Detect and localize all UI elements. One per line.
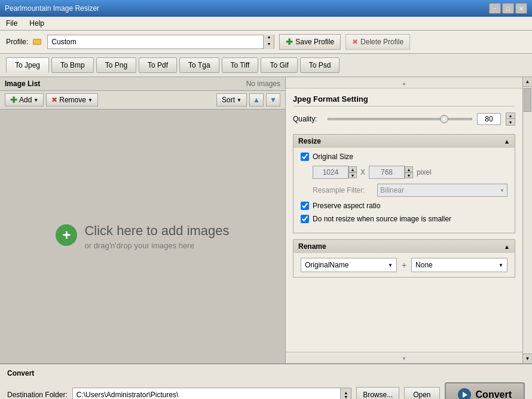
width-input[interactable] [313,166,348,179]
rename-row: OriginalName ▼ + None ▼ [293,253,515,277]
quality-up[interactable]: ▲ [506,113,515,119]
open-button[interactable]: Open [404,387,439,399]
add-circle-icon: + [56,224,77,246]
quality-number: 80 [485,115,493,123]
resize-title: Resize [298,137,321,145]
height-down[interactable]: ▼ [405,172,413,178]
height-up[interactable]: ▲ [405,166,413,172]
delete-profile-button[interactable]: ✖ Delete Profile [346,34,410,50]
tab-png[interactable]: To Png [96,57,136,73]
scrollbar-track[interactable] [523,87,532,354]
menu-bar: File Help [0,17,532,31]
rename-section-header: Rename ▲ [293,240,515,253]
drop-main-text: Click here to add images [84,223,229,239]
quality-slider[interactable] [328,118,472,120]
slider-thumb[interactable] [440,115,448,123]
width-spinners: ▲ ▼ [348,166,357,178]
width-down[interactable]: ▼ [348,172,357,178]
image-list-title: Image List [5,80,40,88]
original-size-label: Original Size [313,153,353,161]
slider-fill [328,118,443,120]
quality-label: Quality: [293,115,323,123]
no-resize-smaller-label: Do not resize when source image is small… [313,215,451,223]
original-size-row: Original Size [301,153,507,161]
quality-down[interactable]: ▼ [506,119,515,125]
browse-button[interactable]: Browse... [356,387,399,399]
folder-icon [33,39,41,45]
scroll-top-indicator: ▲ [286,77,522,89]
window-controls: − □ ✕ [489,3,527,14]
scrollbar-thumb[interactable] [524,88,531,112]
delete-icon: ✖ [352,38,358,46]
save-profile-label: Save Profile [295,38,334,46]
menu-help[interactable]: Help [26,18,48,29]
no-resize-smaller-row: Do not resize when source image is small… [301,215,507,223]
rename-scroll-up[interactable]: ▲ [504,243,510,250]
quality-spinners: ▲ ▼ [506,112,515,126]
sort-button[interactable]: Sort ▼ [216,93,247,106]
tab-tiff[interactable]: To Tiff [222,57,259,73]
add-label: Add [19,96,32,104]
scrollbar-up-arrow[interactable]: ▲ [523,77,532,87]
rename-original-name: OriginalName [305,261,348,269]
dest-folder-input[interactable]: C:\Users\Administrator\Pictures\ [72,388,341,399]
profile-toolbar: Profile: Custom ▲ ▼ ✚ Save Profile ✖ Del… [0,31,532,54]
remove-button[interactable]: ✖ Remove ▼ [46,93,98,106]
profile-dropdown-arrow[interactable]: ▲ ▼ [263,35,274,49]
format-tabs-bar: To Jpeg To Bmp To Png To Pdf To Tga To T… [0,54,532,77]
settings-panel: Jpeg Format Setting Quality: 80 ▲ ▼ [286,89,522,352]
scrollbar-down-arrow[interactable]: ▼ [523,354,532,363]
remove-icon: ✖ [51,96,57,104]
resize-section-header: Resize ▲ [293,135,515,148]
right-panel-container: ▲ Jpeg Format Setting Quality: 80 ▲ [286,77,532,363]
move-down-button[interactable]: ▼ [266,93,280,106]
resample-select[interactable]: Bilinear ▼ [377,184,507,197]
close-button[interactable]: ✕ [515,3,527,14]
image-list-toolbar: ✚ Add ▼ ✖ Remove ▼ Sort ▼ ▲ ▼ [0,91,285,109]
dest-folder-arrow[interactable]: ▲ ▼ [341,388,351,399]
width-up[interactable]: ▲ [348,166,357,172]
height-input[interactable] [369,166,405,179]
maximize-button[interactable]: □ [502,3,514,14]
resample-row: Resample Filter: Bilinear ▼ [301,184,507,197]
preserve-aspect-checkbox[interactable] [301,202,309,210]
rename-title: Rename [298,242,326,251]
profile-label: Profile: [6,38,28,46]
minimize-button[interactable]: − [489,3,501,14]
size-x-label: X [360,168,365,176]
move-up-button[interactable]: ▲ [249,93,264,106]
rename-original-name-select[interactable]: OriginalName ▼ [301,258,397,272]
profile-value: Custom [48,38,263,46]
right-scrollbar[interactable]: ▲ ▼ [522,77,532,363]
drop-sub-text: or drag'n'drop your images here [84,241,229,250]
tab-bmp[interactable]: To Bmp [51,57,94,73]
tab-psd[interactable]: To Psd [300,57,340,73]
size-inputs-row: ▲ ▼ X ▲ ▼ [301,166,507,179]
format-section-title: Jpeg Format Setting [293,95,515,106]
image-list-header: Image List No images [0,77,285,91]
resize-section: Resize ▲ Original Size ▲ [293,134,515,233]
tab-tga[interactable]: To Tga [179,57,219,73]
tab-pdf[interactable]: To Pdf [139,57,177,73]
save-profile-button[interactable]: ✚ Save Profile [279,34,341,50]
profile-dropdown[interactable]: Custom ▲ ▼ [47,35,274,49]
image-drop-area[interactable]: + Click here to add images or drag'n'dro… [0,109,285,363]
menu-file[interactable]: File [2,18,21,29]
resize-scroll-up[interactable]: ▲ [504,138,510,145]
width-input-group: ▲ ▼ [313,166,357,179]
convert-button[interactable]: Convert [445,382,525,399]
original-size-checkbox[interactable] [301,153,309,161]
convert-row: Destination Folder: C:\Users\Administrat… [7,382,525,399]
quality-value: 80 [477,113,501,125]
add-icon: ✚ [10,95,17,105]
tab-jpeg[interactable]: To Jpeg [6,57,49,73]
main-content: Image List No images ✚ Add ▼ ✖ Remove ▼ … [0,77,532,363]
right-panel: ▲ Jpeg Format Setting Quality: 80 ▲ [286,77,522,363]
tab-gif[interactable]: To Gif [261,57,297,73]
app-title: Pearlmountain Image Resizer [5,4,99,13]
add-button[interactable]: ✚ Add ▼ [5,93,44,106]
rename-none-value: None [415,261,433,269]
rename-none-arrow: ▼ [499,263,503,268]
no-resize-smaller-checkbox[interactable] [301,215,309,223]
rename-none-select[interactable]: None ▼ [411,258,507,272]
